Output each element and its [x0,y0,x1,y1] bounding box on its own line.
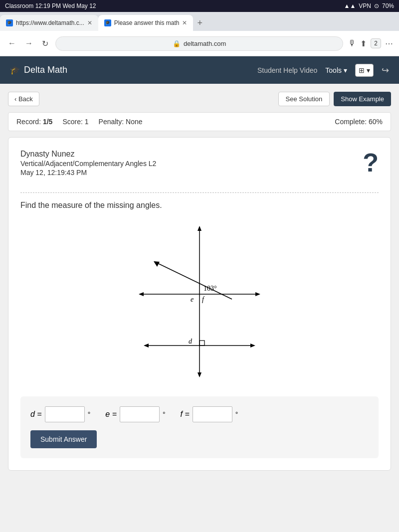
f-input[interactable] [193,406,232,422]
logout-icon[interactable]: ↪ [382,65,389,76]
top-buttons: See Solution Show Example [278,92,391,106]
complete-value: 60% [369,118,383,126]
back-nav-button[interactable]: ← [6,37,18,50]
new-tab-button[interactable]: + [193,18,206,28]
complete-label: Complete: 60% [335,118,383,126]
status-text: Classroom 12:19 PM Wed May 12 [5,2,96,9]
address-text: deltamath.com [184,40,226,47]
address-bar: ← → ↻ 🔒 deltamath.com 🎙 ⬆ 2 ⋯ [0,31,399,56]
svg-marker-1 [198,226,201,231]
reload-button[interactable]: ↻ [40,37,50,50]
svg-marker-13 [250,344,255,348]
penalty-label: Penalty: None [99,118,143,126]
geometry-diagram: 103° e f d [125,222,274,381]
diagram-container: 103° e f d [20,222,379,381]
address-input[interactable]: 🔒 deltamath.com [55,36,343,51]
tab-label-2: Please answer this math [114,19,180,26]
logo-icon: 🎓 [10,65,20,75]
app-title: Delta Math [24,65,67,75]
battery-label: 70% [382,2,394,9]
d-input[interactable] [45,406,85,422]
svg-text:d: d [189,338,193,345]
calc-arrow: ▾ [367,66,370,74]
svg-text:e: e [191,296,194,303]
tab-close-1[interactable]: ✕ [87,19,92,26]
answer-section: d = ° e = ° f = ° Submit Answer [20,396,379,458]
tools-arrow-icon: ▾ [344,66,347,74]
student-name: Dynasty Nunez [20,150,156,159]
tab-count-badge[interactable]: 2 [371,38,381,48]
help-button[interactable]: ? [363,150,379,184]
problem-type: Vertical/Adjacent/Complementary Angles L… [20,160,156,168]
f-label: f = [181,410,190,419]
more-icon[interactable]: ⋯ [385,39,393,48]
tools-button[interactable]: Tools ▾ [325,66,347,74]
app-header-right: Student Help Video Tools ▾ ⊞ ▾ ↪ [257,64,389,77]
problem-card: Dynasty Nunez Vertical/Adjacent/Compleme… [8,137,391,471]
signal-icon: ▲▲ [344,2,356,9]
tab-favicon-2: 🎓 [104,19,111,26]
app-logo: 🎓 Delta Math [10,65,257,75]
svg-rect-14 [200,341,204,346]
calculator-icon[interactable]: ⊞ ▾ [355,64,374,77]
svg-marker-5 [139,292,144,296]
score-label: Score: 1 [62,118,88,126]
tab-close-2[interactable]: ✕ [182,19,187,26]
tab-bar: 🎓 https://www.deltamath.c... ✕ 🎓 Please … [0,12,399,31]
svg-line-6 [155,262,232,299]
back-button[interactable]: ‹ Back [8,92,39,106]
problem-instruction: Find the measure of the missing angles. [20,201,379,210]
svg-text:103°: 103° [203,285,217,292]
address-icons: 🎙 ⬆ 2 ⋯ [348,38,393,48]
tools-label: Tools [325,66,342,74]
app-header: 🎓 Delta Math Student Help Video Tools ▾ … [0,56,399,84]
tab-deltamath[interactable]: 🎓 https://www.deltamath.c... ✕ [0,15,98,31]
battery-icon: ⊙ [374,2,379,9]
tab-answer[interactable]: 🎓 Please answer this math ✕ [98,15,194,31]
browser-chrome: 🎓 https://www.deltamath.c... ✕ 🎓 Please … [0,12,399,56]
main-content: ‹ Back See Solution Show Example Record:… [0,84,399,532]
d-answer-group: d = ° [30,406,90,422]
see-solution-button[interactable]: See Solution [278,92,330,106]
status-right: ▲▲ VPN ⊙ 70% [344,2,394,9]
f-degree: ° [235,410,238,418]
share-icon[interactable]: ⬆ [360,39,367,48]
lock-icon: 🔒 [173,40,181,47]
record-label: Record: 1/5 [16,118,52,126]
score-value: 1 [85,118,89,126]
vpn-label: VPN [359,2,371,9]
student-help-video-link[interactable]: Student Help Video [257,66,317,74]
status-left: Classroom 12:19 PM Wed May 12 [5,2,96,9]
svg-text:f: f [202,296,205,303]
submit-answer-button[interactable]: Submit Answer [30,430,97,448]
record-bar: Record: 1/5 Score: 1 Penalty: None Compl… [8,112,391,131]
penalty-value: None [126,118,142,126]
e-label: e = [105,410,117,419]
e-answer-group: e = ° [105,406,165,422]
divider [20,192,379,193]
status-bar: Classroom 12:19 PM Wed May 12 ▲▲ VPN ⊙ 7… [0,0,399,12]
microphone-icon[interactable]: 🎙 [348,39,356,48]
problem-meta: Dynasty Nunez Vertical/Adjacent/Compleme… [20,150,156,184]
tab-label-1: https://www.deltamath.c... [16,19,84,26]
show-example-button[interactable]: Show Example [334,92,391,106]
tab-favicon-1: 🎓 [6,19,13,26]
answer-row: d = ° e = ° f = ° [30,406,369,422]
calc-symbol: ⊞ [359,66,365,74]
d-label: d = [30,410,42,419]
record-left: Record: 1/5 Score: 1 Penalty: None [16,118,143,126]
svg-marker-2 [198,372,201,377]
f-answer-group: f = ° [181,406,238,422]
svg-marker-12 [144,344,149,348]
problem-date: May 12, 12:19:43 PM [20,169,156,177]
forward-nav-button[interactable]: → [23,37,35,50]
svg-marker-4 [255,292,260,296]
d-degree: ° [88,410,91,418]
e-input[interactable] [120,406,160,422]
top-bar: ‹ Back See Solution Show Example [8,92,391,106]
record-value: 1/5 [43,118,52,126]
problem-header-row: Dynasty Nunez Vertical/Adjacent/Compleme… [20,150,379,184]
e-degree: ° [163,410,166,418]
